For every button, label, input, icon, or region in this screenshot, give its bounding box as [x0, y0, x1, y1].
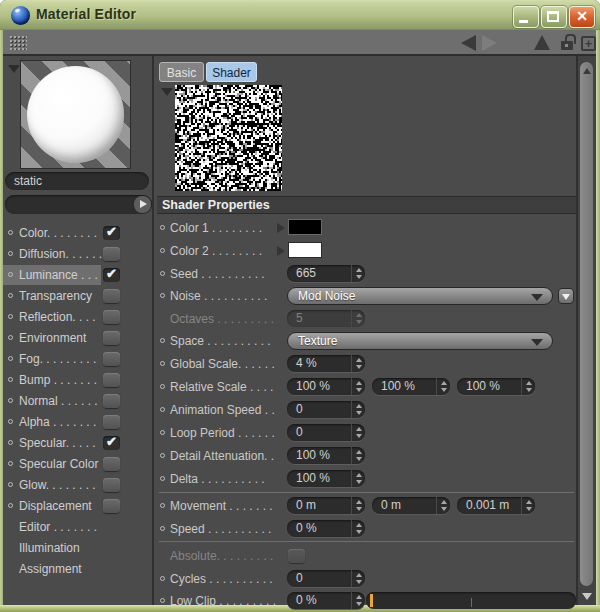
color1-swatch[interactable]: [288, 219, 322, 235]
speed-spinner[interactable]: 0 %: [287, 520, 365, 537]
spinner-arrows-icon[interactable]: [351, 447, 365, 464]
detail-attenuation-spinner[interactable]: 100 %: [287, 447, 365, 464]
spinner-arrows-icon[interactable]: [521, 497, 535, 514]
reflection-checkbox[interactable]: [103, 310, 120, 324]
expand-triangle-icon[interactable]: [277, 223, 285, 233]
material-preview[interactable]: [20, 60, 131, 169]
low-clip-spinner[interactable]: 0 %: [287, 592, 365, 609]
relative-scale-x-spinner[interactable]: 100 %: [287, 378, 365, 395]
fog-checkbox[interactable]: [103, 352, 120, 366]
spinner-arrows-icon[interactable]: [351, 570, 365, 587]
spinner-arrows-icon[interactable]: [436, 497, 450, 514]
sidebar-item-diffusion[interactable]: Diffusion. . . . . .: [3, 244, 154, 264]
drag-handle-icon[interactable]: [9, 35, 27, 50]
bump-checkbox[interactable]: [103, 373, 120, 387]
sidebar-item-color[interactable]: Color. . . . . . . .: [3, 223, 154, 243]
transparency-checkbox[interactable]: [103, 289, 120, 303]
color-checkbox[interactable]: [103, 226, 120, 240]
channel-bullet-icon: [8, 230, 13, 235]
low-clip-slider[interactable]: [366, 592, 576, 609]
channel-bullet-icon: [8, 440, 13, 445]
relative-scale-z-spinner[interactable]: 100 %: [457, 378, 535, 395]
collapse-preview-icon[interactable]: [8, 65, 20, 73]
add-icon[interactable]: +: [581, 36, 596, 51]
sidebar-item-alpha[interactable]: Alpha . . . . . . .: [3, 412, 154, 432]
minimize-button[interactable]: [513, 6, 539, 28]
normal-checkbox[interactable]: [103, 394, 120, 408]
displacement-checkbox[interactable]: [103, 499, 120, 513]
relative-scale-y-spinner[interactable]: 100 %: [372, 378, 450, 395]
slider-handle[interactable]: [370, 594, 373, 607]
vertical-scrollbar[interactable]: [578, 56, 596, 605]
color2-swatch[interactable]: [288, 242, 322, 258]
movement-z-spinner[interactable]: 0.001 m: [457, 497, 535, 514]
unlock-icon[interactable]: [561, 41, 573, 50]
specular-checkbox[interactable]: [103, 436, 120, 450]
cycles-spinner[interactable]: 0: [287, 570, 365, 587]
forward-arrow-icon[interactable]: [482, 35, 497, 51]
spinner-arrows-icon[interactable]: [521, 378, 535, 395]
spinner-arrows-icon[interactable]: [351, 424, 365, 441]
close-button[interactable]: ✕: [569, 6, 595, 28]
channel-bullet-icon: [8, 314, 13, 319]
sidebar-item-transparency[interactable]: Transparency: [3, 286, 154, 306]
noise-preview[interactable]: [175, 85, 282, 191]
spinner-arrows-icon[interactable]: [351, 401, 365, 418]
sidebar-item-specular[interactable]: Specular. . . . .: [3, 433, 154, 453]
sidebar-item-reflection[interactable]: Reflection. . . .: [3, 307, 154, 327]
sidebar-item-assignment[interactable]: Assignment: [3, 559, 154, 579]
expand-arrow-icon[interactable]: [134, 196, 151, 213]
channel-label: Fog. . . . . . . . .: [19, 349, 96, 369]
spinner-arrows-icon[interactable]: [351, 355, 365, 372]
param-bullet-icon: [160, 248, 165, 253]
movement-y-spinner[interactable]: 0 m: [372, 497, 450, 514]
noise-options-button[interactable]: [558, 288, 574, 304]
collapse-shader-icon[interactable]: [161, 88, 173, 96]
sidebar-item-specular-color[interactable]: Specular Color: [3, 454, 154, 474]
tab-shader[interactable]: Shader: [206, 62, 257, 82]
spinner-arrows-icon[interactable]: [351, 265, 365, 282]
global-scale-spinner[interactable]: 4 %: [287, 355, 365, 372]
back-arrow-icon[interactable]: [461, 35, 476, 51]
sidebar-item-fog[interactable]: Fog. . . . . . . . .: [3, 349, 154, 369]
up-arrow-icon[interactable]: [534, 35, 550, 50]
spinner-arrows-icon[interactable]: [351, 497, 365, 514]
sidebar-item-displacement[interactable]: Displacement: [3, 496, 154, 516]
sidebar-item-bump[interactable]: Bump . . . . . . .: [3, 370, 154, 390]
sidebar-item-environment[interactable]: Environment: [3, 328, 154, 348]
movement-x-spinner[interactable]: 0 m: [287, 497, 365, 514]
row-speed: Speed . . . . . . . . . . 0 %: [157, 520, 576, 538]
sidebar-item-normal[interactable]: Normal . . . . . .: [3, 391, 154, 411]
texture-shortcut-bar[interactable]: [5, 195, 152, 214]
delta-spinner[interactable]: 100 %: [287, 470, 365, 487]
titlebar[interactable]: Material Editor ✕: [0, 0, 600, 30]
scroll-down-icon[interactable]: [582, 593, 592, 600]
sidebar-item-luminance[interactable]: Luminance . . .: [3, 265, 154, 285]
tab-basic[interactable]: Basic: [159, 62, 204, 82]
specular-color-checkbox[interactable]: [103, 457, 120, 471]
spinner-arrows-icon[interactable]: [351, 592, 365, 609]
material-name-field[interactable]: static: [5, 172, 149, 190]
spinner-arrows-icon[interactable]: [351, 520, 365, 537]
seed-spinner[interactable]: 665: [287, 265, 365, 282]
scrollbar-thumb[interactable]: [580, 62, 593, 586]
alpha-checkbox[interactable]: [103, 415, 120, 429]
sidebar-item-glow[interactable]: Glow. . . . . . . .: [3, 475, 154, 495]
diffusion-checkbox[interactable]: [103, 247, 120, 261]
loop-period-spinner[interactable]: 0: [287, 424, 365, 441]
spinner-value: 100 %: [296, 447, 330, 464]
spinner-arrows-icon[interactable]: [351, 470, 365, 487]
expand-triangle-icon[interactable]: [277, 246, 285, 256]
luminance-checkbox[interactable]: [103, 268, 120, 282]
sidebar-item-editor[interactable]: Editor . . . . . . .: [3, 517, 154, 537]
maximize-button[interactable]: [541, 6, 567, 28]
spinner-value: 100 %: [466, 378, 500, 395]
animation-speed-spinner[interactable]: 0: [287, 401, 365, 418]
spinner-arrows-icon[interactable]: [351, 378, 365, 395]
space-dropdown[interactable]: Texture: [287, 332, 553, 350]
environment-checkbox[interactable]: [103, 331, 120, 345]
sidebar-item-illumination[interactable]: Illumination: [3, 538, 154, 558]
noise-type-dropdown[interactable]: Mod Noise: [287, 287, 553, 305]
glow-checkbox[interactable]: [103, 478, 120, 492]
spinner-arrows-icon[interactable]: [436, 378, 450, 395]
